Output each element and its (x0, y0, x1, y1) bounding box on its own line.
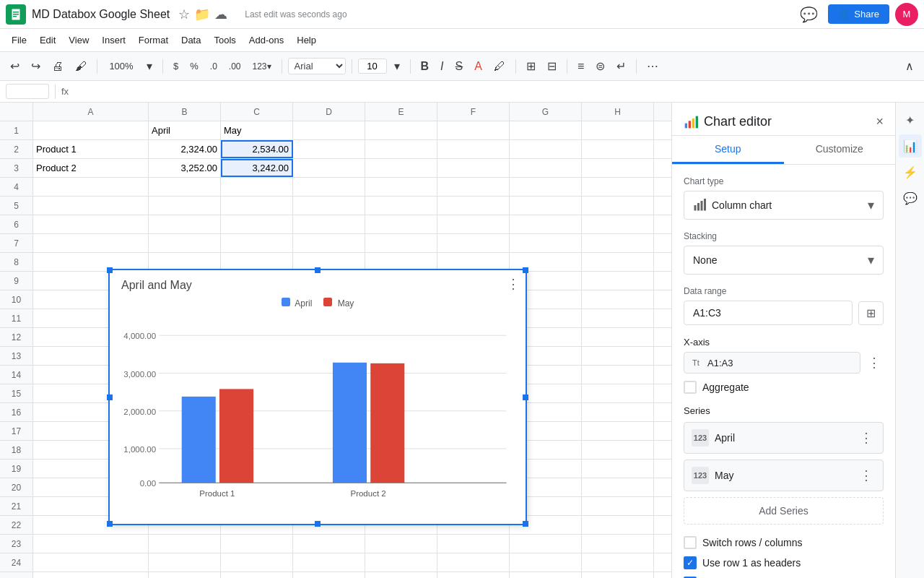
cell-h25[interactable] (582, 572, 654, 578)
menu-help[interactable]: Help (291, 32, 322, 48)
row-num-21[interactable]: 21 (0, 497, 33, 515)
row-num-3[interactable]: 3 (0, 159, 33, 177)
text-color-button[interactable]: A (470, 57, 487, 76)
menu-file[interactable]: File (6, 32, 32, 48)
row-num-1[interactable]: 1 (0, 121, 33, 139)
bold-button[interactable]: B (417, 57, 434, 76)
data-range-input[interactable] (684, 301, 853, 325)
col-header-d[interactable]: D (293, 103, 365, 121)
row-num-14[interactable]: 14 (0, 366, 33, 384)
row-num-24[interactable]: 24 (0, 553, 33, 571)
sheet-container[interactable]: A B C D E F G H I 1 April May (0, 103, 671, 578)
resize-ml[interactable] (107, 394, 113, 400)
decimal-dec-button[interactable]: .0 (206, 59, 222, 74)
cell-e6[interactable] (365, 215, 437, 233)
cell-g1[interactable] (510, 121, 582, 139)
merge-button[interactable]: ⊟ (543, 56, 561, 76)
highlight-button[interactable]: 🖊 (489, 57, 510, 76)
zoom-level[interactable]: 100% (103, 61, 139, 72)
cell-h5[interactable] (582, 197, 654, 215)
valign-button[interactable]: ⊜ (591, 56, 609, 76)
cell-c5[interactable] (221, 197, 293, 215)
cell-f5[interactable] (437, 197, 510, 215)
cell-d23[interactable] (293, 535, 365, 553)
cell-c24[interactable] (221, 553, 293, 571)
cell-i15[interactable] (654, 384, 671, 402)
cell-h12[interactable] (582, 328, 654, 346)
cell-b5[interactable] (149, 197, 221, 215)
cell-a6[interactable] (33, 215, 149, 233)
col-header-f[interactable]: F (437, 103, 510, 121)
cell-i21[interactable] (654, 497, 671, 515)
cell-e1[interactable] (365, 121, 437, 139)
cell-i7[interactable] (654, 234, 671, 252)
cell-h19[interactable] (582, 460, 654, 478)
cell-i18[interactable] (654, 441, 671, 459)
zoom-dropdown[interactable]: ▾ (142, 56, 157, 76)
col-header-e[interactable]: E (365, 103, 437, 121)
panel-close-button[interactable]: × (876, 114, 884, 129)
decimal-inc-button[interactable]: .00 (225, 59, 245, 74)
resize-tr[interactable] (523, 267, 528, 273)
menu-data[interactable]: Data (175, 32, 206, 48)
cell-b7[interactable] (149, 234, 221, 252)
row-num-5[interactable]: 5 (0, 197, 33, 215)
star-icon[interactable]: ☆ (178, 7, 190, 22)
row-num-6[interactable]: 6 (0, 215, 33, 233)
cell-h9[interactable] (582, 272, 654, 290)
cell-h2[interactable] (582, 140, 654, 158)
cell-b6[interactable] (149, 215, 221, 233)
folder-icon[interactable]: 📁 (194, 7, 210, 22)
cell-h8[interactable] (582, 253, 654, 271)
cell-h18[interactable] (582, 441, 654, 459)
chart-type-dropdown[interactable]: Column chart ▾ (684, 191, 884, 220)
cell-a2[interactable]: Product 1 (33, 140, 149, 158)
cell-h3[interactable] (582, 159, 654, 177)
cell-b2[interactable]: 2,324.00 (149, 140, 221, 158)
wrap-button[interactable]: ↵ (612, 56, 630, 76)
cell-a4[interactable] (33, 178, 149, 196)
cell-d6[interactable] (293, 215, 365, 233)
comment-side-button[interactable]: 💬 (899, 186, 922, 210)
cell-i11[interactable] (654, 309, 671, 327)
series-may-more-button[interactable]: ⋮ (857, 466, 876, 485)
chart-editor-button[interactable]: 📊 (899, 134, 922, 158)
cell-f23[interactable] (437, 535, 510, 553)
cell-g23[interactable] (510, 535, 582, 553)
cell-i2[interactable] (654, 140, 671, 158)
cell-c25[interactable] (221, 572, 293, 578)
cell-i8[interactable] (654, 253, 671, 271)
undo-button[interactable]: ↩ (6, 56, 24, 76)
cell-i25[interactable] (654, 572, 671, 578)
borders-button[interactable]: ⊞ (522, 56, 540, 76)
cell-h4[interactable] (582, 178, 654, 196)
cell-d3[interactable] (293, 159, 365, 177)
row-num-17[interactable]: 17 (0, 422, 33, 440)
row-num-20[interactable]: 20 (0, 478, 33, 496)
cell-a23[interactable] (33, 535, 149, 553)
row-num-11[interactable]: 11 (0, 309, 33, 327)
cell-g3[interactable] (510, 159, 582, 177)
cell-b23[interactable] (149, 535, 221, 553)
cell-a3[interactable]: Product 2 (33, 159, 149, 177)
row-num-8[interactable]: 8 (0, 253, 33, 271)
collapse-toolbar-button[interactable]: ∧ (901, 56, 918, 76)
tab-customize[interactable]: Customize (784, 136, 896, 164)
cell-i23[interactable] (654, 535, 671, 553)
formula-input[interactable] (74, 86, 918, 97)
cell-f3[interactable] (437, 159, 510, 177)
cell-a1[interactable] (33, 121, 149, 139)
cell-f4[interactable] (437, 178, 510, 196)
cell-f2[interactable] (437, 140, 510, 158)
more-button[interactable]: ⋯ (642, 56, 663, 76)
cell-a24[interactable] (33, 553, 149, 571)
cell-c23[interactable] (221, 535, 293, 553)
col-header-a[interactable]: A (33, 103, 149, 121)
cell-f7[interactable] (437, 234, 510, 252)
cell-g5[interactable] (510, 197, 582, 215)
cell-i24[interactable] (654, 553, 671, 571)
switch-rows-checkbox[interactable] (684, 536, 697, 549)
cell-i10[interactable] (654, 290, 671, 309)
cell-h14[interactable] (582, 366, 654, 384)
cell-h20[interactable] (582, 478, 654, 496)
